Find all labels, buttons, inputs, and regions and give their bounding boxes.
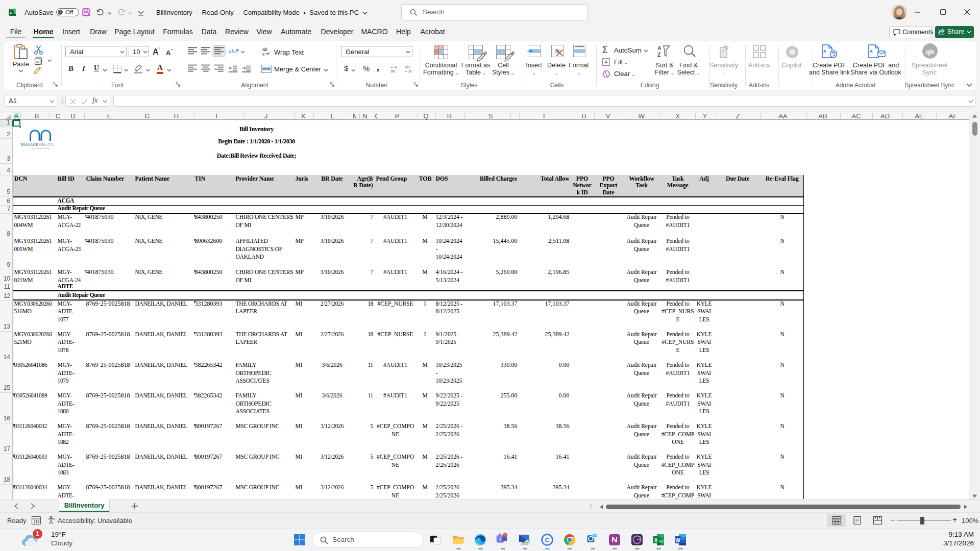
svg-text:an FDI Group Company: an FDI Group Company xyxy=(31,147,50,149)
svg-text:.00: .00 xyxy=(390,69,395,73)
svg-text:W: W xyxy=(675,538,680,543)
svg-text:qb: qb xyxy=(926,48,935,56)
svg-text:ab: ab xyxy=(229,48,235,54)
svg-text:c: c xyxy=(262,52,265,57)
svg-text:?: ? xyxy=(53,517,55,521)
svg-text:C: C xyxy=(545,537,549,544)
svg-text:T: T xyxy=(499,537,502,541)
svg-text:→.0: →.0 xyxy=(404,69,411,73)
svg-text:A: A xyxy=(823,49,826,54)
svg-text:A: A xyxy=(870,49,873,54)
svg-text:X: X xyxy=(654,538,658,543)
svg-text:Z: Z xyxy=(657,52,661,58)
svg-text:A: A xyxy=(657,45,662,51)
